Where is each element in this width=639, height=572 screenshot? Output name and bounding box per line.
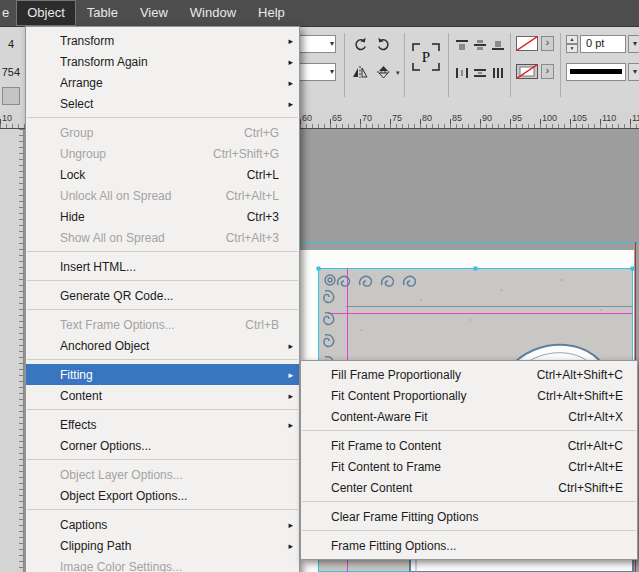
menu-item-unlock-all-on-spread[interactable]: Unlock All on SpreadCtrl+Alt+L [26,185,299,206]
rotate-cw-icon[interactable] [374,35,394,53]
submenu-arrow-icon: ▸ [279,78,293,88]
fill-none-swatch[interactable] [516,64,538,79]
menu-item-label: Clipping Path [60,539,131,553]
menu-item-generate-qr-code[interactable]: Generate QR Code... [26,285,299,306]
stroke-weight-dropdown[interactable]: ▾ [628,35,639,53]
proxy-letter: P [422,49,430,65]
fitting-submenu: Fill Frame ProportionallyCtrl+Alt+Shift+… [300,360,638,560]
menubar-item-view[interactable]: View [129,0,179,26]
menu-item-clear-frame-fitting-options[interactable]: Clear Frame Fitting Options [301,506,637,527]
menu-item-image-color-settings[interactable]: Image Color Settings... [26,556,299,572]
vertical-ruler[interactable] [0,129,24,572]
menubar-item-e[interactable]: e [0,0,16,26]
menu-item-shortcut: Ctrl+3 [223,210,279,224]
menu-item-transform-again[interactable]: Transform Again▸ [26,51,299,72]
rotate-ccw-icon[interactable] [350,35,370,53]
menu-item-object-export-options[interactable]: Object Export Options... [26,485,299,506]
ruler-label: 60 [302,113,312,123]
menu-item-ungroup[interactable]: UngroupCtrl+Shift+G [26,143,299,164]
menubar-item-object[interactable]: Object [16,0,76,26]
menu-item-transform[interactable]: Transform▸ [26,30,299,51]
menu-item-label: Effects [60,418,96,432]
menu-item-effects[interactable]: Effects▸ [26,414,299,435]
menu-item-lock[interactable]: LockCtrl+L [26,164,299,185]
menu-item-fill-frame-proportionally[interactable]: Fill Frame ProportionallyCtrl+Alt+Shift+… [301,364,637,385]
menu-item-frame-fitting-options[interactable]: Frame Fitting Options... [301,535,637,556]
menu-item-label: Fitting [60,368,93,382]
align-bottom-icon[interactable] [490,36,506,54]
ruler-label: 110 [602,113,616,123]
menu-item-corner-options[interactable]: Corner Options... [26,435,299,456]
menu-item-label: Transform [60,34,114,48]
stepper-up-icon[interactable]: ▲ [566,35,578,44]
stroke-none-swatch[interactable] [516,36,538,51]
menu-separator [302,530,636,531]
flip-horizontal-icon[interactable] [350,63,370,81]
menu-separator [27,251,298,252]
menu-item-insert-html[interactable]: Insert HTML... [26,256,299,277]
menu-item-select[interactable]: Select▸ [26,93,299,114]
submenu-arrow-icon: ▸ [279,341,293,351]
panel-divider [560,33,561,97]
chevron-down-icon[interactable]: ▾ [330,38,334,50]
menu-item-shortcut: Ctrl+Alt+3 [202,231,279,245]
menu-item-shortcut: Ctrl+Alt+Shift+E [513,389,623,403]
panel-divider [510,33,511,97]
apply-fill-button[interactable]: › [541,64,554,79]
stroke-weight-stepper[interactable]: ▲ ▼ [566,35,578,53]
menu-item-shortcut: Ctrl+B [221,318,279,332]
stroke-weight-field[interactable]: 0 pt [580,35,626,53]
menubar-item-table[interactable]: Table [76,0,129,26]
menu-item-label: Arrange [60,76,103,90]
menu-item-label: Fit Frame to Content [331,439,441,453]
ruler-label: 95 [512,113,522,123]
ruler-label: 10 [2,113,12,123]
menu-item-captions[interactable]: Captions▸ [26,514,299,535]
menu-item-clipping-path[interactable]: Clipping Path▸ [26,535,299,556]
menu-item-group[interactable]: GroupCtrl+G [26,122,299,143]
stroke-type-dropdown[interactable]: ▾ [628,63,639,81]
chevron-down-icon[interactable]: ▾ [330,66,334,78]
menubar-item-window[interactable]: Window [179,0,247,26]
menu-item-show-all-on-spread[interactable]: Show All on SpreadCtrl+Alt+3 [26,227,299,248]
menu-item-content-aware-fit[interactable]: Content-Aware FitCtrl+Alt+X [301,406,637,427]
menu-separator [27,409,298,410]
scale-x-field[interactable]: ▾ [298,35,336,53]
stroke-type-preview[interactable] [566,63,626,81]
menu-item-label: Transform Again [60,55,148,69]
menu-item-center-content[interactable]: Center ContentCtrl+Shift+E [301,477,637,498]
menu-item-label: Lock [60,168,85,182]
menu-item-anchored-object[interactable]: Anchored Object▸ [26,335,299,356]
menu-item-fit-content-proportionally[interactable]: Fit Content ProportionallyCtrl+Alt+Shift… [301,385,637,406]
menu-item-object-layer-options[interactable]: Object Layer Options... [26,464,299,485]
menu-item-label: Fill Frame Proportionally [331,368,461,382]
distribute-columns-icon[interactable] [454,64,470,82]
menu-item-label: Center Content [331,481,412,495]
flip-vertical-icon[interactable] [374,63,394,81]
apply-stroke-button[interactable]: › [541,36,554,51]
stepper-down-icon[interactable]: ▼ [566,44,578,53]
menu-item-label: Generate QR Code... [60,289,173,303]
menu-item-label: Image Color Settings... [60,560,182,572]
menu-item-text-frame-options[interactable]: Text Frame Options...Ctrl+B [26,314,299,335]
menu-item-content[interactable]: Content▸ [26,385,299,406]
menu-item-fit-frame-to-content[interactable]: Fit Frame to ContentCtrl+Alt+C [301,435,637,456]
chevron-down-icon[interactable]: ▾ [396,69,400,77]
menubar-item-help[interactable]: Help [247,0,296,26]
content-proxy-button[interactable]: P [410,41,442,73]
menu-item-arrange[interactable]: Arrange▸ [26,72,299,93]
distribute-rows-icon[interactable] [472,64,488,82]
menu-item-shortcut: Ctrl+Alt+Shift+C [513,368,623,382]
menu-item-shortcut: Ctrl+Alt+X [544,410,623,424]
menu-item-fitting[interactable]: Fitting▸ [26,364,299,385]
scale-y-field[interactable]: ▾ [298,63,336,81]
menu-separator [302,430,636,431]
menu-item-fit-content-to-frame[interactable]: Fit Content to FrameCtrl+Alt+E [301,456,637,477]
distribute-space-icon[interactable] [490,64,506,82]
align-top-icon[interactable] [454,36,470,54]
ruler-label: 75 [392,113,402,123]
align-center-icon[interactable] [472,36,488,54]
submenu-arrow-icon: ▸ [279,541,293,551]
object-menu: Transform▸Transform Again▸Arrange▸Select… [25,26,300,572]
menu-item-hide[interactable]: HideCtrl+3 [26,206,299,227]
